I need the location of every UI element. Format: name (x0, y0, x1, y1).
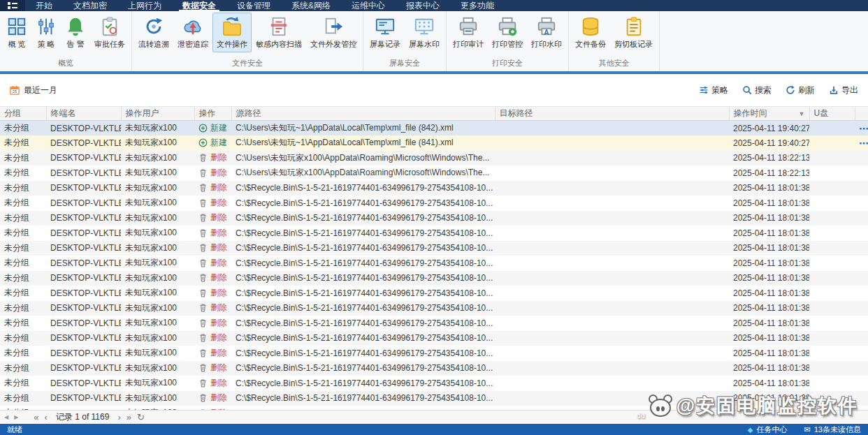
ribbon-button-print-watermark[interactable]: A打印水印 (527, 13, 566, 52)
menu-tab-data-security[interactable]: 数据安全 (172, 0, 226, 11)
cell-usb (809, 226, 855, 241)
cell-operation: 删除 (194, 226, 231, 241)
reload-page-button[interactable]: ↻ (137, 413, 145, 422)
column-header-usb[interactable]: U盘 (809, 107, 855, 121)
ribbon-button-sensitive-scan[interactable]: 敏感内容扫描 (252, 13, 306, 52)
cell-op-time: 2025-04-11 18:01:38 (729, 316, 809, 331)
table-row[interactable]: 未分组DESKTOP-VLKTLE1未知玩家x100删除C:\$Recycle.… (0, 316, 868, 331)
table-row[interactable]: 未分组DESKTOP-VLKTLE1未知玩家x100删除C:\$Recycle.… (0, 226, 868, 241)
calendar-icon: 25 (10, 85, 20, 95)
column-filter-icon[interactable]: ▼ (799, 110, 805, 117)
ribbon-button-approval-tasks[interactable]: 审批任务 (90, 13, 129, 52)
search-button[interactable]: 搜索 (742, 84, 772, 96)
delete-icon (198, 408, 208, 410)
ribbon-button-file-send-control[interactable]: 文件外发管控 (306, 13, 361, 52)
refresh-label: 刷新 (798, 84, 815, 96)
table-row[interactable]: 未分组DESKTOP-VLKTLE1未知玩家x100删除C:\$Recycle.… (0, 211, 868, 226)
cell-target-path (495, 226, 729, 241)
pagination-bar: ◀ ▶ « ‹ 记录 1 of 1169 › » ↻ (0, 410, 868, 424)
task-center-button[interactable]: ◆ 任务中心 (748, 425, 788, 435)
table-row[interactable]: 未分组DESKTOP-VLKTLE1未知玩家x100删除C:\$Recycle.… (0, 241, 868, 256)
table-row[interactable]: 未分组DESKTOP-VLKTLE1未知玩家x100删除C:\$Recycle.… (0, 256, 868, 271)
cell-group: 未分组 (0, 301, 46, 316)
table-row[interactable]: 未分组DESKTOP-VLKTLE1未知玩家x100新建C:\Users\未知玩… (0, 135, 868, 151)
cell-target-path (495, 211, 729, 226)
column-header-group[interactable]: 分组 (0, 107, 46, 121)
table-row[interactable]: 未分组DESKTOP-VLKTLE1未知玩家x100删除C:\$Recycle.… (0, 406, 868, 410)
column-header-op-time[interactable]: 操作时间▼ (729, 107, 809, 121)
table-row[interactable]: 未分组DESKTOP-VLKTLE1未知玩家x100删除C:\Users\未知玩… (0, 165, 868, 181)
ribbon-button-overview[interactable]: 概 览 (2, 13, 31, 52)
ribbon-button-file-operations[interactable]: 文件操作 (212, 13, 252, 52)
menu-tab-system-network[interactable]: 系统&网络 (281, 0, 341, 11)
delete-icon (198, 288, 208, 297)
create-icon (198, 138, 208, 147)
table-row[interactable]: 未分组DESKTOP-VLKTLE1未知玩家x100新建C:\Users\未知玩… (0, 121, 868, 136)
menu-tab-start[interactable]: 开始 (25, 0, 63, 11)
table-row[interactable]: 未分组DESKTOP-VLKTLE1未知玩家x100删除C:\$Recycle.… (0, 361, 868, 376)
cell-usb (809, 151, 855, 166)
cell-row-actions (855, 391, 868, 406)
unread-messages-button[interactable]: ✉ 13条未读信息 (804, 425, 861, 435)
policy-button[interactable]: 策略 (699, 84, 728, 96)
prev-page-button[interactable]: ‹ (45, 413, 48, 422)
application-window: 开始文档加密上网行为数据安全设备管理系统&网络运维中心报表中心更多功能 概 览策… (0, 0, 868, 435)
ribbon-button-leak-trace[interactable]: 泄密追踪 (173, 13, 212, 52)
table-row[interactable]: 未分组DESKTOP-VLKTLE1未知玩家x100删除C:\Users\未知玩… (0, 151, 868, 166)
column-header-terminal[interactable]: 终端名 (46, 107, 121, 121)
cell-usb (809, 301, 855, 316)
row-actions-button[interactable]: ⋯ (859, 138, 868, 149)
ribbon-button-print-control[interactable]: 打印管控 (488, 13, 527, 52)
ribbon-button-print-audit[interactable]: 打印审计 (449, 13, 488, 52)
table-row[interactable]: 未分组DESKTOP-VLKTLE1未知玩家x100删除C:\$Recycle.… (0, 346, 868, 361)
first-page-button[interactable]: « (34, 413, 38, 422)
table-row[interactable]: 未分组DESKTOP-VLKTLE1未知玩家x100删除C:\$Recycle.… (0, 301, 868, 316)
cell-group: 未分组 (0, 121, 46, 136)
cell-source-path: C:\Users\未知玩家x100\AppData\Roaming\Micros… (231, 165, 495, 181)
table-row[interactable]: 未分组DESKTOP-VLKTLE1未知玩家x100删除C:\$Recycle.… (0, 181, 868, 196)
column-header-user[interactable]: 操作用户 (121, 107, 194, 121)
menu-tab-web-behavior[interactable]: 上网行为 (117, 0, 172, 11)
ribbon-button-alert[interactable]: 告 警 (61, 13, 90, 52)
ribbon-button-file-backup[interactable]: 文件备份 (571, 13, 610, 52)
column-header-source-path[interactable]: 源路径 (231, 107, 495, 121)
cell-group: 未分组 (0, 211, 46, 226)
cell-user: 未知玩家x100 (121, 361, 194, 376)
refresh-button[interactable]: 刷新 (786, 84, 815, 96)
ribbon-button-screen-watermark[interactable]: 屏幕水印 (405, 13, 444, 52)
h-scroll-right-button[interactable]: ▶ (14, 414, 18, 420)
cell-user: 未知玩家x100 (121, 286, 194, 301)
ribbon-group-label-overview: 概览 (2, 57, 129, 71)
ribbon-button-clipboard-record[interactable]: 剪切板记录 (610, 13, 657, 52)
menu-tab-doc-encrypt[interactable]: 文档加密 (63, 0, 117, 11)
column-header-operation[interactable]: 操作 (194, 107, 231, 121)
next-page-button[interactable]: › (117, 413, 120, 422)
menu-tab-ops-center[interactable]: 运维中心 (341, 0, 396, 11)
app-menu-button[interactable] (0, 0, 25, 11)
table-row[interactable]: 未分组DESKTOP-VLKTLE1未知玩家x100删除C:\$Recycle.… (0, 331, 868, 346)
cell-op-time: 2025-04-11 18:01:38 (729, 256, 809, 271)
ribbon-button-label: 概 览 (8, 39, 25, 50)
table-row[interactable]: 未分组DESKTOP-VLKTLE1未知玩家x100删除C:\$Recycle.… (0, 376, 868, 391)
cell-group: 未分组 (0, 286, 46, 301)
table-row[interactable]: 未分组DESKTOP-VLKTLE1未知玩家x100删除C:\$Recycle.… (0, 196, 868, 211)
ribbon-button-screen-record[interactable]: 屏幕记录 (366, 13, 405, 52)
cell-group: 未分组 (0, 346, 46, 361)
row-actions-button[interactable]: ⋯ (859, 123, 868, 134)
table-row[interactable]: 未分组DESKTOP-VLKTLE1未知玩家x100删除C:\$Recycle.… (0, 286, 868, 301)
ribbon-button-flow-trace[interactable]: 流转追溯 (134, 13, 173, 52)
export-button[interactable]: 导出 (829, 84, 858, 96)
table-row[interactable]: 未分组DESKTOP-VLKTLE1未知玩家x100删除C:\$Recycle.… (0, 271, 868, 286)
records-table: 分组终端名操作用户操作源路径目标路径操作时间▼U盘 未分组DESKTOP-VLK… (0, 106, 868, 410)
date-range-filter[interactable]: 25 最近一月 (10, 84, 57, 96)
menu-tab-more-features[interactable]: 更多功能 (450, 0, 505, 11)
h-scroll-left-button[interactable]: ◀ (4, 414, 8, 420)
cell-operation: 新建 (194, 121, 231, 136)
ribbon-button-policy[interactable]: 策 略 (31, 13, 61, 52)
menu-tab-device-mgmt[interactable]: 设备管理 (226, 0, 281, 11)
cell-operation: 删除 (194, 271, 231, 286)
last-page-button[interactable]: » (126, 413, 131, 422)
table-row[interactable]: 未分组DESKTOP-VLKTLE1未知玩家x100删除C:\$Recycle.… (0, 391, 868, 406)
menu-tab-report-center[interactable]: 报表中心 (396, 0, 450, 11)
column-header-target-path[interactable]: 目标路径 (495, 107, 729, 121)
